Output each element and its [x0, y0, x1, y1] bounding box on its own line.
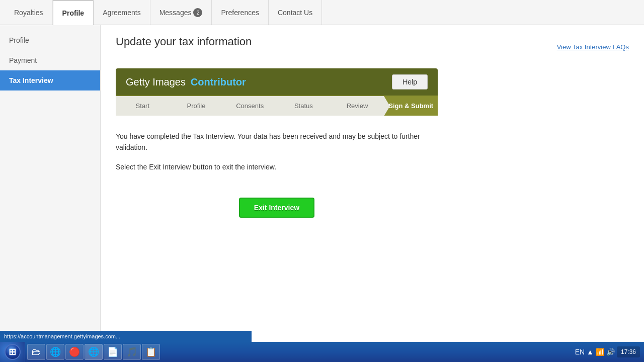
nav-tab-royalties[interactable]: Royalties — [5, 0, 53, 25]
taskbar-media-icon[interactable]: 🎵 — [123, 344, 141, 360]
nav-tab-preferences[interactable]: Preferences — [212, 0, 268, 25]
step-sign-submit[interactable]: Sign & Submit — [384, 96, 438, 116]
getty-header: Getty Images Contributor Help — [116, 68, 438, 96]
sidebar-item-payment[interactable]: Payment — [0, 50, 100, 70]
taskbar: ⊞ 🗁 🌐 🔴 🌐 📄 🎵 📋 EN ▲ 📶 🔊 17:36 — [0, 342, 644, 362]
step-start[interactable]: Start — [116, 96, 170, 116]
exit-button-container: Exit Interview — [116, 198, 438, 218]
getty-images-box: Getty Images Contributor Help Start Prof… — [116, 68, 438, 116]
status-bar: https://accountmanagement.gettyimages.co… — [0, 331, 252, 342]
nav-tab-agreements[interactable]: Agreements — [94, 0, 150, 25]
faq-link[interactable]: View Tax Interview FAQs — [557, 43, 629, 51]
nav-tab-profile[interactable]: Profile — [53, 0, 94, 25]
taskbar-app1-icon[interactable]: 🔴 — [65, 344, 84, 360]
step-status[interactable]: Status — [277, 96, 331, 116]
language-indicator: EN — [575, 348, 585, 356]
message-line1: You have completed the Tax Interview. Yo… — [116, 131, 438, 153]
exit-interview-button[interactable]: Exit Interview — [239, 198, 314, 218]
taskbar-browser-icon[interactable]: 🌐 — [46, 344, 64, 360]
taskbar-folder-icon[interactable]: 🗁 — [27, 344, 45, 360]
step-consents[interactable]: Consents — [223, 96, 277, 116]
step-profile[interactable]: Profile — [170, 96, 223, 116]
message-area: You have completed the Tax Interview. Yo… — [116, 131, 438, 172]
clock: 17:36 — [617, 346, 640, 357]
sidebar-item-profile[interactable]: Profile — [0, 30, 100, 50]
main-content: Update your tax information View Tax Int… — [101, 25, 644, 331]
start-button[interactable]: ⊞ — [0, 342, 25, 362]
nav-tab-contact-us[interactable]: Contact Us — [269, 0, 322, 25]
windows-orb[interactable]: ⊞ — [5, 344, 21, 360]
tray-icon-3: 🔊 — [606, 348, 615, 356]
sidebar: Profile Payment Tax Interview — [0, 25, 101, 331]
content-area: Profile Payment Tax Interview Update you… — [0, 25, 644, 331]
messages-badge: 2 — [193, 8, 202, 17]
taskbar-items: 🗁 🌐 🔴 🌐 📄 🎵 📋 — [25, 344, 571, 360]
step-review[interactable]: Review — [331, 96, 384, 116]
taskbar-util-icon[interactable]: 📋 — [142, 344, 160, 360]
nav-tab-messages[interactable]: Messages 2 — [150, 0, 212, 25]
tray-icon-2: 📶 — [596, 348, 604, 356]
tray-icon-1: ▲ — [587, 348, 594, 356]
taskbar-docs-icon[interactable]: 📄 — [104, 344, 122, 360]
steps-container: Start Profile Consents Status Review — [116, 96, 438, 116]
taskbar-browser-active[interactable]: 🌐 — [85, 344, 103, 360]
taskbar-tray: EN ▲ 📶 🔊 17:36 — [571, 346, 644, 357]
top-navigation: Royalties Profile Agreements Messages 2 … — [0, 0, 644, 25]
help-button[interactable]: Help — [392, 74, 428, 89]
message-line2: Select the Exit Interview button to exit… — [116, 161, 438, 172]
page-title: Update your tax information — [116, 35, 629, 48]
sidebar-item-tax-interview[interactable]: Tax Interview — [0, 70, 100, 90]
getty-title: Getty Images Contributor — [126, 76, 246, 88]
